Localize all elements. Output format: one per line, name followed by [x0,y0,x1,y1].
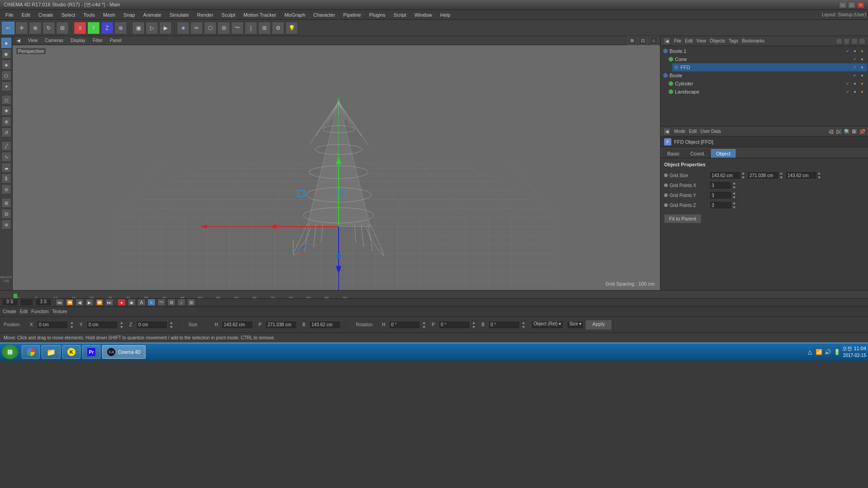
pos-y-input[interactable] [86,321,118,329]
obj-tag-landscape[interactable]: ● [859,89,865,95]
om-icon-2[interactable] [844,38,850,44]
point-mode[interactable]: ✦ [1,81,11,91]
size-y-input[interactable] [265,321,297,329]
vp-nav-2[interactable]: ⊡ [638,36,647,45]
gp-z-value[interactable]: 3 [709,201,732,209]
rot-x-down[interactable]: ▼ [422,325,426,329]
tray-icon-network[interactable]: 📶 [815,348,822,356]
obj-row-boole1[interactable]: Boole.1 ✓ ● ● [661,47,867,55]
gridsize-y-value[interactable]: 271.038 cm [747,171,779,179]
attr-icon-fwd[interactable]: ▷ [836,128,842,135]
menu-character[interactable]: Character [310,11,339,19]
z-axis-btn[interactable]: Z [101,22,113,34]
obj-vis-cylinder[interactable]: ● [852,80,858,87]
menu-mesh[interactable]: Mesh [99,11,119,19]
time-current-input[interactable]: 0 S [2,299,18,306]
menu-file[interactable]: File [2,11,17,19]
pos-x-input[interactable] [37,321,68,329]
gridsize-x-up[interactable]: ▲ [741,171,745,175]
gridsize-y-down[interactable]: ▼ [779,175,783,179]
taskbar-premiere[interactable]: Pr [82,345,100,359]
close-button[interactable]: ✕ [857,2,864,8]
obj-check-boole[interactable]: ✓ [852,72,858,79]
taskbar-explorer[interactable]: 📁 [42,345,61,359]
vp-menu-cameras[interactable]: Cameras [43,38,66,43]
om-icon-1[interactable] [836,38,842,44]
gridsize-y-up[interactable]: ▲ [779,171,783,175]
pos-z-input[interactable] [136,321,168,329]
pos-z-down[interactable]: ▼ [169,325,174,329]
obj-row-cone[interactable]: Cone ✓ ● [667,55,867,63]
om-menu-edit[interactable]: Edit [685,38,693,43]
size-x-input[interactable] [222,321,253,329]
menu-snap[interactable]: Snap [120,11,139,19]
size-mode-dropdown[interactable]: Size ▾ [567,321,584,329]
obj-vis-landscape[interactable]: ● [852,89,858,95]
menu-create[interactable]: Create [35,11,57,19]
render-to-po[interactable]: ▶ [159,22,172,34]
me-menu-function[interactable]: Function [31,309,48,314]
menu-pipeline[interactable]: Pipeline [340,11,364,19]
step-back[interactable]: ⏪ [66,299,74,306]
gridsize-z-value[interactable]: 143.62 cm [785,171,817,179]
vp-menu-display[interactable]: Display [69,38,87,43]
grid-tool[interactable]: ⊞ [258,22,271,34]
gear-tool[interactable]: ⚙ [217,22,230,34]
boolean-tool[interactable]: ⊟ [1,209,11,219]
connect-tool[interactable]: ⊛ [1,220,11,230]
rot-x-input[interactable] [389,321,420,329]
sound-toggle[interactable]: ♪ [177,299,185,306]
timeline-more[interactable]: ⊞ [187,299,195,306]
obj-vis-boole[interactable]: ● [859,72,865,79]
om-menu-bookmarks[interactable]: Bookmarks [742,38,764,43]
attr-tab-coord[interactable]: Coord. [685,149,710,158]
attr-icon-search[interactable]: 🔍 [844,128,850,135]
texture-mode[interactable]: ◉ [1,49,11,59]
keyframe-btn[interactable]: ◆ [127,299,136,306]
gridsize-x-value[interactable]: 143.62 cm [709,171,741,179]
obj-row-cylinder[interactable]: Cylinder ✓ ● ● [667,80,867,88]
gridsize-x-down[interactable]: ▼ [741,175,745,179]
pos-y-down[interactable]: ▼ [119,325,124,329]
minimize-button[interactable]: ─ [839,2,846,8]
obj-dot-boole1-b[interactable]: ● [859,48,865,54]
deform-tool[interactable]: 〜 [231,22,244,34]
om-icon-4[interactable] [859,38,865,44]
obj-tag-cylinder[interactable]: ● [859,80,865,87]
world-btn[interactable]: ⊗ [114,22,127,34]
maximize-button[interactable]: □ [848,2,855,8]
hair-tool[interactable]: | [245,22,257,34]
om-menu-tags[interactable]: Tags [729,38,738,43]
play-forward[interactable]: ▶ [85,299,94,306]
vp-nav-1[interactable]: ⊞ [627,36,637,45]
y-axis-btn[interactable]: Y [87,22,100,34]
menu-script[interactable]: Script [390,11,410,19]
pos-y-up[interactable]: ▲ [119,321,124,325]
rot-z-up[interactable]: ▲ [521,321,526,325]
rot-y-input[interactable] [439,321,470,329]
obj-vis-boole1[interactable]: ● [852,48,858,54]
scale-obj[interactable]: ⊕ [1,117,11,127]
om-menu-file[interactable]: File [674,38,681,43]
obj-row-boole[interactable]: Boole ✓ ● [661,71,867,80]
om-menu-view[interactable]: View [696,38,706,43]
obj-check-cylinder[interactable]: ✓ [844,80,851,87]
attr-tab-object[interactable]: Object [711,149,736,158]
rotate-obj[interactable]: ↺ [1,127,11,137]
magnet-tool[interactable]: ☁ [1,163,11,173]
rot-y-down[interactable]: ▼ [472,325,476,329]
menu-help[interactable]: Help [437,11,454,19]
gridsize-z-down[interactable]: ▼ [817,175,821,179]
rotate-tool[interactable]: ↻ [42,22,55,34]
vp-menu-view[interactable]: View [26,38,40,43]
cube-obj[interactable]: ■ [177,22,189,34]
gp-x-down[interactable]: ▼ [732,185,736,189]
light-tool[interactable]: 💡 [285,22,298,34]
size-z-input[interactable] [309,321,341,329]
motion-path[interactable]: 〜 [157,299,165,306]
panel-collapse[interactable]: ◀ [14,37,23,45]
menu-edit[interactable]: Edit [18,11,34,19]
system-clock[interactable]: 오전 11:04 2017-02-15 [842,345,866,359]
obj-vis-ffd[interactable]: ● [859,64,865,70]
obj-check-boole1[interactable]: ✓ [844,48,851,54]
